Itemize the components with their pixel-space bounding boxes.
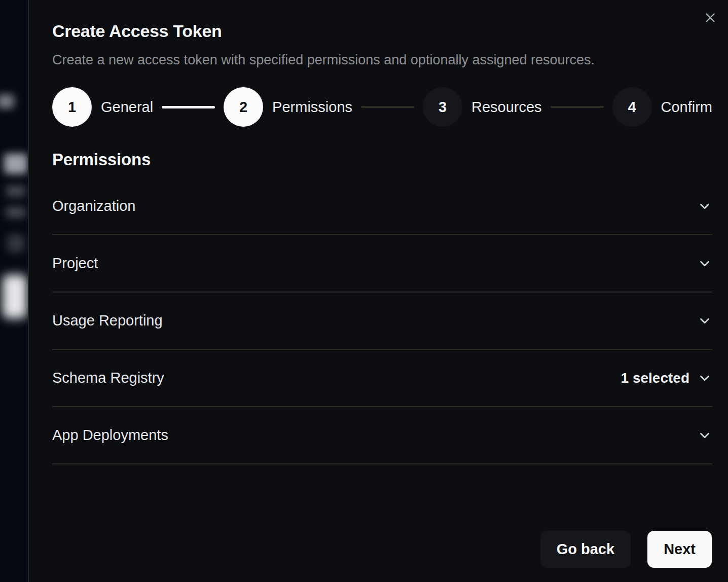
step-number-badge: 3 [423, 87, 462, 127]
background-blur-content [7, 234, 24, 252]
step-label: Confirm [661, 99, 713, 116]
section-heading-permissions: Permissions [52, 150, 712, 169]
step-label: Permissions [272, 99, 352, 116]
stepper-step-general[interactable]: 1 General [52, 87, 153, 127]
chevron-down-icon [697, 199, 712, 214]
background-blur-content [6, 186, 25, 197]
step-number-badge: 2 [224, 87, 263, 127]
stepper-connector [551, 106, 604, 108]
stepper-step-confirm[interactable]: 4 Confirm [612, 87, 713, 127]
create-access-token-modal: Create Access Token Create a new access … [28, 0, 728, 582]
accordion-row-organization[interactable]: Organization [52, 178, 712, 235]
modal-title: Create Access Token [52, 21, 712, 41]
chevron-down-icon [697, 256, 712, 271]
next-button[interactable]: Next [647, 531, 712, 568]
close-button[interactable] [702, 9, 719, 26]
background-blur-content [4, 154, 27, 174]
close-icon [703, 10, 718, 25]
selection-count-badge: 1 selected [621, 370, 689, 386]
background-page-strip [0, 0, 28, 582]
accordion-row-label: Schema Registry [52, 370, 164, 386]
background-blur-content [0, 94, 14, 108]
accordion-row-schema-registry[interactable]: Schema Registry 1 selected [52, 350, 712, 407]
stepper-connector [162, 106, 215, 108]
chevron-down-icon [697, 428, 712, 443]
background-blur-content [3, 275, 27, 318]
go-back-button[interactable]: Go back [540, 531, 631, 568]
wizard-stepper: 1 General 2 Permissions 3 Resources 4 Co… [52, 87, 712, 127]
accordion-row-usage-reporting[interactable]: Usage Reporting [52, 293, 712, 350]
permissions-accordion: Organization Project Usage Reporting Sch… [52, 178, 712, 464]
accordion-row-label: Organization [52, 198, 135, 214]
step-number-badge: 1 [52, 87, 92, 127]
stepper-connector [361, 106, 414, 108]
step-label: General [101, 99, 153, 116]
accordion-row-label: Project [52, 255, 98, 272]
step-number-badge: 4 [612, 87, 652, 127]
accordion-row-label: Usage Reporting [52, 312, 163, 329]
accordion-row-project[interactable]: Project [52, 235, 712, 293]
modal-footer: Go back Next [540, 531, 712, 568]
chevron-down-icon [697, 313, 712, 329]
chevron-down-icon [697, 371, 712, 386]
accordion-row-label: App Deployments [52, 427, 168, 444]
stepper-step-resources[interactable]: 3 Resources [423, 87, 542, 127]
stepper-step-permissions[interactable]: 2 Permissions [224, 87, 352, 127]
accordion-row-app-deployments[interactable]: App Deployments [52, 407, 712, 464]
modal-subtitle: Create a new access token with specified… [52, 52, 712, 68]
step-label: Resources [471, 99, 542, 116]
background-blur-content [6, 207, 25, 218]
